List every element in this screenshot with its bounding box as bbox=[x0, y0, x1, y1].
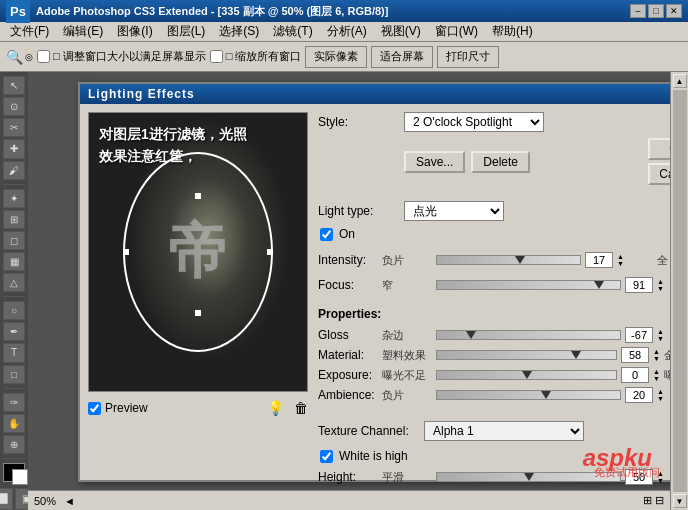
menu-window[interactable]: 窗口(W) bbox=[429, 22, 484, 41]
exposure-arrows[interactable]: ▲▼ bbox=[653, 368, 660, 382]
ambience-slider[interactable] bbox=[436, 390, 621, 400]
tool-history[interactable]: ⊞ bbox=[3, 210, 25, 229]
menu-help[interactable]: 帮助(H) bbox=[486, 22, 539, 41]
tool-selection[interactable]: ↖ bbox=[3, 76, 25, 95]
tool-text[interactable]: T bbox=[3, 343, 25, 362]
gloss-slider[interactable] bbox=[436, 330, 621, 340]
on-checkbox[interactable] bbox=[320, 228, 333, 241]
height-right: 凸起 bbox=[668, 470, 670, 485]
ambience-right: 正片 bbox=[668, 388, 670, 403]
tool-gradient[interactable]: ▦ bbox=[3, 252, 25, 271]
texture-channel-row: Texture Channel: Alpha 1 None bbox=[318, 421, 670, 441]
adjust-checkbox[interactable] bbox=[37, 50, 50, 63]
light-type-row: Light type: 点光 bbox=[318, 201, 670, 221]
menu-bar: 文件(F) 编辑(E) 图像(I) 图层(L) 选择(S) 滤镜(T) 分析(A… bbox=[0, 22, 688, 42]
minimize-button[interactable]: – bbox=[630, 4, 646, 18]
ambience-arrows[interactable]: ▲▼ bbox=[657, 388, 664, 402]
zoom-level: 50% bbox=[34, 495, 56, 507]
status-arrow-left[interactable]: ◄ bbox=[64, 495, 75, 507]
exposure-value: 0 bbox=[621, 367, 649, 383]
preview-text-line1: 对图层1进行滤镜，光照 bbox=[99, 123, 247, 145]
foreground-color[interactable] bbox=[3, 463, 25, 482]
quick-mask[interactable]: ⬜ bbox=[0, 488, 13, 510]
collapse-check[interactable]: □ 缩放所有窗口 bbox=[210, 49, 302, 64]
material-left: 塑料效果 bbox=[382, 348, 432, 363]
intensity-slider-container bbox=[436, 255, 581, 265]
focus-arrows[interactable]: ▲▼ bbox=[657, 278, 664, 292]
tool-zoom[interactable]: ⊕ bbox=[3, 435, 25, 454]
tool-lasso[interactable]: ⊙ bbox=[3, 97, 25, 116]
handle-left[interactable] bbox=[123, 249, 129, 255]
maximize-button[interactable]: □ bbox=[648, 4, 664, 18]
handle-right[interactable] bbox=[267, 249, 273, 255]
preview-label: Preview bbox=[105, 401, 148, 415]
focus-slider[interactable] bbox=[436, 280, 621, 290]
preview-controls: Preview 💡 🗑 bbox=[88, 398, 308, 418]
menu-edit[interactable]: 编辑(E) bbox=[57, 22, 109, 41]
scroll-up-button[interactable]: ▲ bbox=[673, 74, 687, 88]
menu-file[interactable]: 文件(F) bbox=[4, 22, 55, 41]
gloss-left: 杂边 bbox=[382, 328, 432, 343]
save-button[interactable]: Save... bbox=[404, 151, 465, 173]
cancel-button[interactable]: Cancel bbox=[648, 163, 670, 185]
fit-screen-button[interactable]: 适合屏幕 bbox=[371, 46, 433, 68]
preview-checkbox[interactable] bbox=[88, 402, 101, 415]
right-panel: ▲ ▼ bbox=[670, 72, 688, 510]
ambience-label: Ambience: bbox=[318, 388, 378, 402]
actual-pixels-button[interactable]: 实际像素 bbox=[305, 46, 367, 68]
light-type-select[interactable]: 点光 bbox=[404, 201, 504, 221]
intensity-arrows[interactable]: ▲▼ bbox=[617, 253, 624, 267]
handle-top[interactable] bbox=[195, 193, 201, 199]
delete-button[interactable]: Delete bbox=[471, 151, 530, 173]
ok-button[interactable]: OK bbox=[648, 138, 670, 160]
exposure-slider[interactable] bbox=[436, 370, 617, 380]
properties-label-row: Properties: bbox=[318, 307, 670, 321]
ambience-left: 负片 bbox=[382, 388, 432, 403]
exposure-right: 曝光过度 bbox=[664, 368, 670, 383]
menu-select[interactable]: 选择(S) bbox=[213, 22, 265, 41]
ambience-row: Ambience: 负片 20 ▲▼ 正片 bbox=[318, 387, 670, 403]
menu-layer[interactable]: 图层(L) bbox=[161, 22, 212, 41]
close-button[interactable]: ✕ bbox=[666, 4, 682, 18]
adjust-label: □ 调整窗口大小以满足屏幕显示 bbox=[53, 49, 206, 64]
collapse-checkbox[interactable] bbox=[210, 50, 223, 63]
menu-image[interactable]: 图像(I) bbox=[111, 22, 158, 41]
tool-eyedrop[interactable]: ✑ bbox=[3, 393, 25, 412]
gloss-arrows[interactable]: ▲▼ bbox=[657, 328, 664, 342]
style-select[interactable]: 2 O'clock Spotlight bbox=[404, 112, 544, 132]
menu-filter[interactable]: 滤镜(T) bbox=[267, 22, 318, 41]
on-label: On bbox=[339, 227, 355, 241]
preview-lightbulb-icon[interactable]: 💡 bbox=[267, 400, 284, 416]
exposure-row: Exposure: 曝光不足 0 ▲▼ 曝光过度 bbox=[318, 367, 670, 383]
print-size-button[interactable]: 打印尺寸 bbox=[437, 46, 499, 68]
menu-analysis[interactable]: 分析(A) bbox=[321, 22, 373, 41]
intensity-slider[interactable] bbox=[436, 255, 581, 265]
tool-clone[interactable]: ✦ bbox=[3, 189, 25, 208]
tool-brush[interactable]: 🖌 bbox=[3, 161, 25, 180]
tool-shape[interactable]: □ bbox=[3, 365, 25, 384]
title-bar: Ps Adobe Photoshop CS3 Extended - [335 副… bbox=[0, 0, 688, 22]
material-slider[interactable] bbox=[436, 350, 617, 360]
gloss-slider-container bbox=[436, 330, 621, 340]
dialog-title-text: Lighting Effects bbox=[88, 87, 195, 101]
tool-dodge[interactable]: ○ bbox=[3, 301, 25, 320]
tool-sep-3 bbox=[3, 388, 25, 389]
exposure-label: Exposure: bbox=[318, 368, 378, 382]
preview-trash-icon[interactable]: 🗑 bbox=[294, 400, 308, 416]
collapse-label: □ 缩放所有窗口 bbox=[226, 49, 302, 64]
zoom-out-icon[interactable]: 🔍 bbox=[6, 49, 23, 65]
white-is-high-checkbox[interactable] bbox=[320, 450, 333, 463]
tool-crop[interactable]: ✂ bbox=[3, 118, 25, 137]
tool-pen[interactable]: ✒ bbox=[3, 322, 25, 341]
tool-blur[interactable]: △ bbox=[3, 273, 25, 292]
adjust-window-check[interactable]: □ 调整窗口大小以满足屏幕显示 bbox=[37, 49, 206, 64]
texture-channel-select[interactable]: Alpha 1 None bbox=[424, 421, 584, 441]
tool-heal[interactable]: ✚ bbox=[3, 139, 25, 158]
material-arrows[interactable]: ▲▼ bbox=[653, 348, 660, 362]
tool-eraser[interactable]: ◻ bbox=[3, 231, 25, 250]
toolbar-icon-2[interactable]: ◎ bbox=[25, 52, 33, 62]
menu-view[interactable]: 视图(V) bbox=[375, 22, 427, 41]
tool-hand[interactable]: ✋ bbox=[3, 414, 25, 433]
handle-bottom[interactable] bbox=[195, 310, 201, 316]
scroll-down-button[interactable]: ▼ bbox=[673, 494, 687, 508]
